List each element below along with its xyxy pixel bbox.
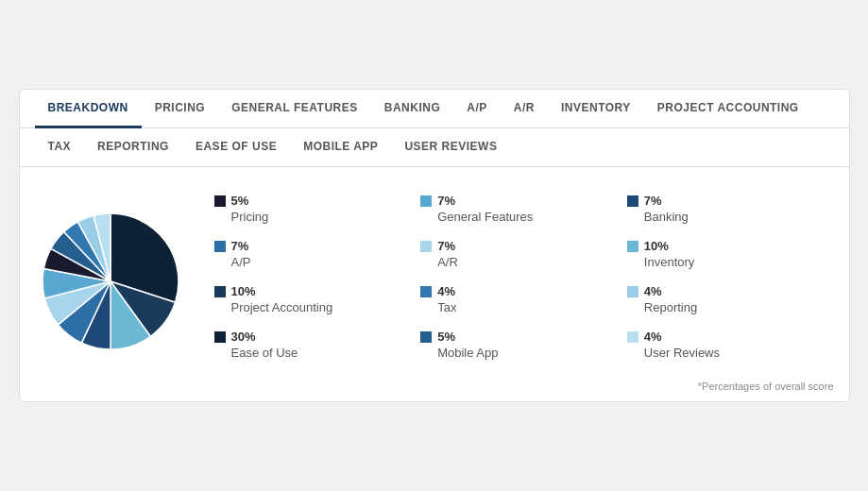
legend-percent: 4% [644, 284, 662, 298]
tab-user-reviews[interactable]: USER REVIEWS [391, 128, 510, 167]
legend-percent: 5% [231, 194, 249, 208]
tabs-row-1: BREAKDOWNPRICINGGENERAL FEATURESBANKINGA… [20, 90, 849, 128]
legend-percent-row: 5% [214, 194, 412, 208]
legend-item-9: 30% Ease of Use [214, 322, 421, 367]
legend-percent-row: 7% [627, 194, 825, 208]
legend-percent: 4% [644, 330, 662, 344]
main-card: BREAKDOWNPRICINGGENERAL FEATURESBANKINGA… [19, 89, 850, 402]
tab-mobile-app[interactable]: MOBILE APP [290, 128, 391, 167]
tab-project-accounting[interactable]: PROJECT ACCOUNTING [644, 90, 812, 128]
legend-item-7: 4% Tax [420, 277, 627, 322]
tab-general-features[interactable]: GENERAL FEATURES [218, 90, 371, 128]
legend-item-11: 4% User Reviews [627, 322, 834, 367]
legend-swatch [420, 241, 432, 252]
legend-label: General Features [420, 210, 618, 224]
legend-item-8: 4% Reporting [627, 277, 834, 322]
tab-banking[interactable]: BANKING [371, 90, 454, 128]
legend-swatch [214, 331, 226, 343]
tab-ease-of-use[interactable]: EASE OF USE [182, 128, 290, 167]
pie-chart-container [35, 186, 186, 367]
legend-percent-row: 7% [214, 239, 412, 253]
tab-ap[interactable]: A/P [453, 90, 501, 128]
legend-item-5: 10% Inventory [627, 231, 834, 277]
legend-swatch [420, 331, 432, 343]
legend-swatch [420, 286, 432, 297]
legend-percent-row: 4% [627, 284, 825, 298]
legend-label: Ease of Use [214, 346, 412, 360]
legend-label: Banking [627, 210, 825, 224]
legend-percent-row: 10% [214, 284, 412, 298]
legend-swatch [214, 195, 226, 207]
legend-item-10: 5% Mobile App [420, 322, 627, 367]
legend-swatch [627, 195, 638, 207]
legend-item-6: 10% Project Accounting [214, 277, 421, 322]
legend-percent-row: 4% [627, 330, 825, 344]
tabs-row-2: TAXREPORTINGEASE OF USEMOBILE APPUSER RE… [20, 128, 849, 167]
legend-label: Reporting [627, 300, 825, 314]
legend-item-0: 5% Pricing [214, 186, 421, 231]
legend-label: Mobile App [420, 346, 618, 360]
legend-percent-row: 4% [420, 284, 618, 298]
legend-percent: 7% [644, 194, 662, 208]
legend-item-1: 7% General Features [420, 186, 627, 231]
tab-inventory[interactable]: INVENTORY [548, 90, 644, 128]
legend-item-2: 7% Banking [627, 186, 834, 231]
footer-note: *Percentages of overall score [20, 377, 849, 401]
legend-swatch [420, 195, 432, 207]
legend-label: Tax [420, 300, 618, 314]
legend-percent-row: 7% [420, 239, 618, 253]
legend-percent-row: 10% [627, 239, 825, 253]
tab-ar[interactable]: A/R [501, 90, 548, 128]
legend-percent-row: 5% [420, 330, 618, 344]
legend-item-4: 7% A/R [420, 231, 627, 277]
legend-label: Project Accounting [214, 300, 412, 314]
legend-percent: 7% [231, 239, 249, 253]
legend-percent: 30% [231, 330, 256, 344]
legend-percent-row: 7% [420, 194, 618, 208]
tab-breakdown[interactable]: BREAKDOWN [35, 90, 142, 128]
tab-tax[interactable]: TAX [35, 128, 85, 167]
legend-label: A/P [214, 255, 412, 269]
legend-label: User Reviews [627, 346, 825, 360]
legend-label: Pricing [214, 210, 412, 224]
legend-swatch [627, 241, 638, 252]
legend-item-3: 7% A/P [214, 231, 421, 277]
legend-percent: 10% [231, 284, 256, 298]
legend-area: 5% Pricing 7% General Features 7% Bankin… [196, 186, 834, 367]
legend-percent: 5% [437, 330, 455, 344]
legend-swatch [627, 286, 638, 297]
legend-percent: 4% [437, 284, 455, 298]
legend-label: Inventory [627, 255, 825, 269]
content-area: 5% Pricing 7% General Features 7% Bankin… [20, 167, 849, 377]
legend-percent: 7% [437, 194, 455, 208]
legend-percent: 7% [437, 239, 455, 253]
tab-reporting[interactable]: REPORTING [84, 128, 182, 167]
legend-label: A/R [420, 255, 618, 269]
legend-percent: 10% [644, 239, 669, 253]
legend-swatch [214, 241, 226, 252]
legend-percent-row: 30% [214, 330, 412, 344]
tab-pricing[interactable]: PRICING [142, 90, 219, 128]
legend-swatch [214, 286, 226, 297]
legend-swatch [627, 331, 638, 343]
